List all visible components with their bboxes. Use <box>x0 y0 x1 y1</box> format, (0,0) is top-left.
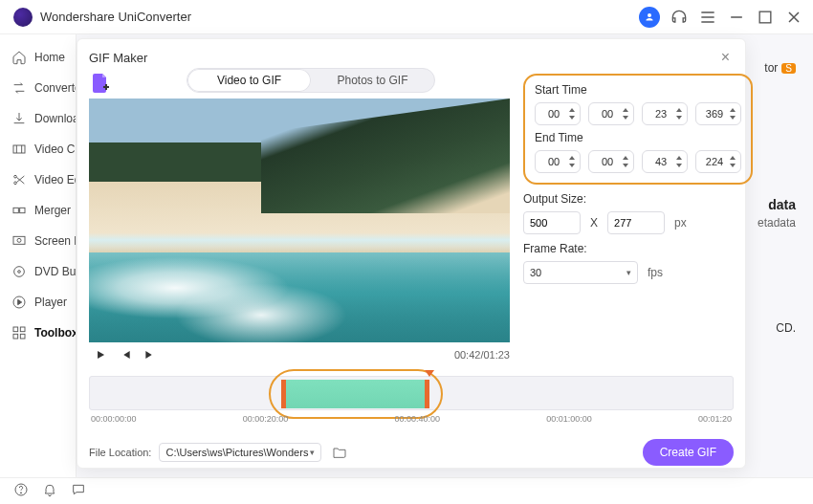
mode-tabs: Video to GIF Photos to GIF <box>187 68 435 93</box>
gif-maker-modal: GIF Maker × Video to GIF Photos to GIF <box>77 38 746 469</box>
ruler-tick: 00:01:00:00 <box>546 414 592 424</box>
scissors-icon <box>11 172 27 187</box>
playback-time: 00:42/01:23 <box>454 349 510 361</box>
sidebar-item-label: Converter <box>34 81 77 95</box>
sidebar-item-downloader[interactable]: Downloader <box>0 103 76 134</box>
svg-rect-14 <box>20 334 25 339</box>
close-button[interactable] <box>784 8 803 27</box>
next-frame-button[interactable] <box>143 347 158 362</box>
play-button[interactable] <box>93 347 108 362</box>
add-file-button[interactable] <box>89 72 112 95</box>
svg-point-16 <box>20 492 21 493</box>
recorder-icon <box>11 233 27 249</box>
menu-icon[interactable] <box>698 8 717 27</box>
partial-tor-label: torS <box>764 61 796 75</box>
sidebar-item-label: Merger <box>34 204 71 217</box>
compressor-icon <box>11 142 27 157</box>
sidebar-item-editor[interactable]: Video Editor <box>0 164 76 195</box>
svg-rect-12 <box>20 327 25 332</box>
chevron-down-icon: ▾ <box>310 448 315 457</box>
bell-icon[interactable] <box>42 482 57 501</box>
start-seconds-stepper[interactable]: 23 <box>642 102 688 125</box>
video-preview[interactable] <box>89 99 510 342</box>
partial-cd-label: CD. <box>776 321 796 335</box>
feedback-icon[interactable] <box>71 482 86 501</box>
svg-rect-11 <box>13 327 18 332</box>
open-folder-button[interactable] <box>329 442 350 463</box>
converter-icon <box>11 80 27 96</box>
output-size-label: Output Size: <box>523 192 753 206</box>
sidebar-item-label: Player <box>34 296 67 309</box>
sidebar-item-home[interactable]: Home <box>0 42 76 73</box>
tab-video-to-gif[interactable]: Video to GIF <box>187 69 311 92</box>
file-location-select[interactable]: C:\Users\ws\Pictures\Wonders▾ <box>159 443 321 462</box>
modal-title: GIF Maker <box>89 51 147 65</box>
playhead-marker[interactable] <box>425 370 434 377</box>
toolbox-icon <box>11 325 27 340</box>
minimize-button[interactable] <box>727 8 746 27</box>
frame-rate-unit: fps <box>648 266 663 279</box>
sidebar-item-label: Toolbox <box>34 326 77 340</box>
svg-rect-13 <box>13 334 18 339</box>
sidebar-item-label: Downloader <box>34 112 77 125</box>
footer-bar <box>0 477 813 504</box>
partial-metadata-label: etadata <box>758 216 796 230</box>
sidebar-item-compressor[interactable]: Video Compressor <box>0 134 76 164</box>
svg-rect-1 <box>13 145 25 153</box>
player-icon <box>11 295 27 310</box>
sidebar-item-converter[interactable]: Converter <box>0 73 76 103</box>
output-width-input[interactable] <box>523 211 581 234</box>
svg-rect-4 <box>13 208 18 212</box>
sidebar-item-label: Screen Recorder <box>34 234 77 248</box>
frame-rate-select[interactable]: 30▾ <box>523 261 638 284</box>
timeline-track[interactable] <box>89 376 734 410</box>
frame-rate-label: Frame Rate: <box>523 242 753 255</box>
end-hours-stepper[interactable]: 00 <box>535 150 581 173</box>
time-ruler: 00:00:00:00 00:00:20:00 00:00:40:00 00:0… <box>89 414 734 424</box>
start-minutes-stepper[interactable]: 00 <box>588 102 634 125</box>
end-minutes-stepper[interactable]: 00 <box>588 150 634 173</box>
selection-range[interactable] <box>281 380 429 408</box>
sidebar: Home Converter Downloader Video Compress… <box>0 34 77 477</box>
account-icon[interactable] <box>639 7 660 28</box>
start-ms-stepper[interactable]: 369 <box>695 102 741 125</box>
end-ms-stepper[interactable]: 224 <box>695 150 741 173</box>
sidebar-item-label: Video Editor <box>34 173 77 186</box>
app-logo-icon <box>13 8 33 27</box>
maximize-button[interactable] <box>756 8 775 27</box>
sidebar-item-label: DVD Burner <box>34 265 77 278</box>
app-title: Wondershare UniConverter <box>40 10 191 24</box>
start-hours-stepper[interactable]: 00 <box>535 102 581 125</box>
download-icon <box>11 111 27 126</box>
sidebar-item-recorder[interactable]: Screen Recorder <box>0 226 76 256</box>
start-time-label: Start Time <box>535 83 741 97</box>
tab-photos-to-gif[interactable]: Photos to GIF <box>311 69 434 92</box>
ruler-tick: 00:00:20:00 <box>243 414 289 424</box>
svg-point-2 <box>14 175 17 178</box>
help-icon[interactable] <box>13 482 29 501</box>
playback-bar: 00:42/01:23 <box>89 342 510 362</box>
partial-data-label: data <box>768 197 796 212</box>
prev-frame-button[interactable] <box>118 347 133 362</box>
chevron-down-icon: ▾ <box>626 268 631 277</box>
merger-icon <box>11 203 27 218</box>
sidebar-item-dvd[interactable]: DVD Burner <box>0 256 76 287</box>
svg-rect-6 <box>13 236 25 244</box>
titlebar: Wondershare UniConverter <box>0 0 813 34</box>
sidebar-item-toolbox[interactable]: Toolbox <box>0 318 76 348</box>
close-icon[interactable]: × <box>717 47 734 68</box>
badge-s: S <box>781 63 796 74</box>
svg-point-7 <box>17 238 21 242</box>
output-size-separator: X <box>590 216 598 230</box>
sidebar-item-player[interactable]: Player <box>0 287 76 318</box>
output-height-input[interactable] <box>607 211 665 234</box>
sidebar-item-label: Home <box>34 51 65 64</box>
create-gif-button[interactable]: Create GIF <box>643 439 734 466</box>
sidebar-item-merger[interactable]: Merger <box>0 195 76 226</box>
end-time-label: End Time <box>535 131 741 144</box>
end-seconds-stepper[interactable]: 43 <box>642 150 688 173</box>
ruler-tick: 00:01:20 <box>698 414 732 424</box>
time-range-group: Start Time 00 00 23 369 End Time 00 00 4… <box>523 74 753 185</box>
file-location-label: File Location: <box>89 447 151 458</box>
support-icon[interactable] <box>670 8 689 27</box>
